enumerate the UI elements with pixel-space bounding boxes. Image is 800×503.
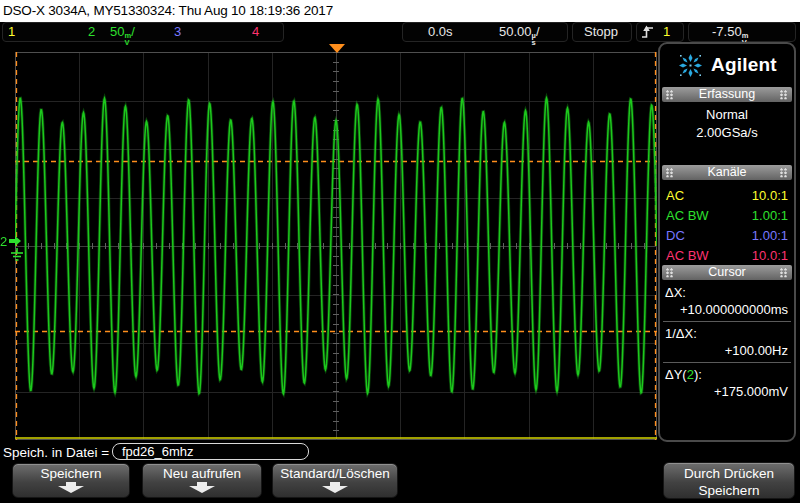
channel4-number[interactable]: 4 xyxy=(252,23,259,41)
channel2-coupling: AC BW xyxy=(666,208,709,223)
run-state-label: Stopp xyxy=(584,23,618,41)
trigger-level-value: -7.50 xyxy=(712,24,742,39)
channel2-scale-suffix: / xyxy=(131,24,135,39)
grip-dots-icon xyxy=(780,90,788,100)
channel3-coupling: DC xyxy=(666,228,685,243)
grip-dots-icon xyxy=(780,168,788,178)
press-to-save-button[interactable]: Durch Drücken Speichern xyxy=(663,462,795,499)
press-to-save-line1: Durch Drücken xyxy=(664,465,794,482)
menu-down-arrow-icon xyxy=(322,482,348,493)
channel2-row: AC BW 1.00:1 xyxy=(666,208,788,224)
channel1-row: AC 10.0:1 xyxy=(666,188,788,204)
channel2-number[interactable]: 2 xyxy=(88,23,95,41)
channel2-scale-value: 50 xyxy=(110,24,124,39)
softkey-default-erase-label: Standard/Löschen xyxy=(273,466,397,481)
channel2-probe: 1.00:1 xyxy=(752,208,788,224)
delta-y-value: +175.000mV xyxy=(714,384,788,399)
softkey-save-label: Speichern xyxy=(13,466,129,481)
channel4-row: AC BW 10.0:1 xyxy=(666,248,788,264)
delta-x-value: +10.000000000ms xyxy=(680,302,788,317)
brand-name: Agilent xyxy=(711,54,777,76)
channel2-marker-label: 2 xyxy=(0,234,7,249)
softkey-recall-label: Neu aufrufen xyxy=(143,466,261,481)
channel4-coupling: AC BW xyxy=(666,248,709,263)
grip-dots-icon xyxy=(780,268,788,278)
grip-dots-icon xyxy=(666,90,674,100)
acquisition-section-header: Erfassung xyxy=(662,87,792,102)
timebase-readout[interactable]: 50.00µs/ xyxy=(499,23,540,41)
delta-x-label: ΔX: xyxy=(665,285,686,300)
channel2-ground-marker[interactable]: 2 xyxy=(0,228,30,270)
grip-dots-icon xyxy=(666,168,674,178)
softkey-default-erase[interactable]: Standard/Löschen xyxy=(272,463,398,498)
cursor-section-header: Cursor xyxy=(662,265,792,280)
channel3-probe: 1.00:1 xyxy=(752,228,788,244)
channel1-coupling: AC xyxy=(666,188,684,203)
trigger-source-readout[interactable]: 1 xyxy=(663,23,670,41)
channels-title: Kanäle xyxy=(708,165,747,179)
trigger-slope-icon xyxy=(641,24,654,42)
menu-down-arrow-icon xyxy=(189,482,215,493)
timebase-suffix: / xyxy=(536,24,540,39)
menu-down-arrow-icon xyxy=(58,482,84,493)
timebase-value: 50.00 xyxy=(499,24,532,39)
press-to-save-line2: Speichern xyxy=(664,482,794,499)
channel1-number[interactable]: 1 xyxy=(8,23,15,41)
acquisition-mode: Normal xyxy=(660,107,794,122)
inverse-delta-x-label: 1/ΔX: xyxy=(665,326,697,341)
brand-box: Agilent xyxy=(663,47,791,83)
filename-label: Speich. in Datei = xyxy=(3,445,109,460)
channel2-scale[interactable]: 50mV/ xyxy=(110,23,135,41)
channel3-number[interactable]: 3 xyxy=(174,23,181,41)
softkey-save[interactable]: Speichern xyxy=(12,463,130,498)
inverse-delta-x-value: +100.00Hz xyxy=(725,343,788,358)
instrument-titlebar: DSO-X 3034A, MY51330324: Thu Aug 10 18:1… xyxy=(0,0,800,22)
divider xyxy=(663,321,791,322)
trigger-position-marker[interactable] xyxy=(329,44,345,53)
channel3-row: DC 1.00:1 xyxy=(666,228,788,244)
channel4-probe: 10.0:1 xyxy=(752,248,788,264)
waveform-display xyxy=(15,52,657,440)
divider xyxy=(663,362,791,363)
delta-y-label: ΔY(2): xyxy=(665,367,702,382)
filename-input[interactable]: fpd26_6mhz xyxy=(112,443,309,460)
status-row: 1 2 50mV/ 3 4 0.0s 50.00µs/ Stopp 1 -7.5… xyxy=(0,22,800,42)
channel-status-box xyxy=(2,22,284,42)
sample-rate: 2.00GSa/s xyxy=(660,125,794,140)
acquisition-title: Erfassung xyxy=(699,87,755,101)
delta-y-channel: 2 xyxy=(687,367,694,382)
channels-section-header: Kanäle xyxy=(662,165,792,180)
channel1-probe: 10.0:1 xyxy=(752,188,788,204)
ground-symbol-icon xyxy=(11,248,23,260)
trigger-level-readout[interactable]: -7.50mV xyxy=(712,23,748,41)
grip-dots-icon xyxy=(666,268,674,278)
timebase-status-box xyxy=(402,22,568,42)
agilent-logo-icon xyxy=(677,52,704,79)
softkey-recall[interactable]: Neu aufrufen xyxy=(142,463,262,498)
cursor-title: Cursor xyxy=(708,265,746,279)
info-sidebar: Agilent Erfassung Normal 2.00GSa/s Kanäl… xyxy=(658,42,796,442)
horizontal-position-readout[interactable]: 0.0s xyxy=(428,23,453,41)
